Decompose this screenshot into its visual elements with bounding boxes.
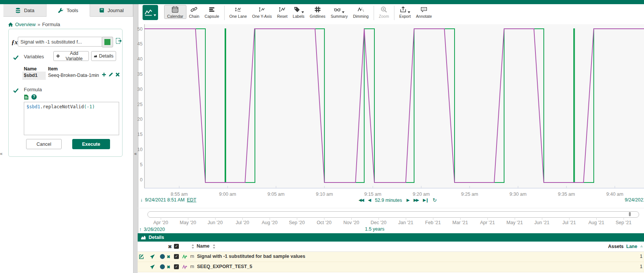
month-tick: [542, 218, 542, 220]
lane-column-header[interactable]: Lane: [626, 244, 637, 249]
add-row-icon[interactable]: [102, 72, 106, 77]
up-arrow-icon: ↑: [139, 227, 141, 232]
y-axis-tick-label: 0: [140, 177, 143, 183]
tab-tools[interactable]: Tools: [47, 4, 90, 17]
plus-icon: [56, 54, 60, 58]
toolbar-capsule-button[interactable]: Capsule: [202, 5, 222, 19]
sort-icon[interactable]: [213, 244, 216, 249]
chevron-down-icon: [408, 9, 410, 11]
plot-area[interactable]: [144, 24, 644, 188]
chart-view-button[interactable]: [143, 5, 158, 20]
code-variable: $sbd1: [26, 104, 40, 109]
row-name[interactable]: Signal with -1 substituted for bad sampl…: [197, 254, 305, 259]
collapse-left-icon[interactable]: «: [0, 151, 3, 156]
info-icon[interactable]: i: [160, 264, 165, 269]
formula-code-editor[interactable]: $sbd1.replaceNotValid(-1): [24, 102, 119, 135]
var-item: Seeq-Broken-Data-1min: [48, 73, 99, 78]
toolbar-chain-button[interactable]: Chain: [186, 5, 202, 19]
remove-icon[interactable]: ✖: [167, 254, 172, 260]
scrubber-selection[interactable]: [629, 212, 631, 216]
month-label: Apr '20: [153, 220, 168, 225]
execute-button[interactable]: Execute: [72, 139, 110, 149]
trend-chart[interactable]: 051015202530354045508:55 am9:00 am9:05 a…: [136, 23, 644, 201]
send-to-trend-icon[interactable]: [150, 264, 155, 270]
investigate-span-label[interactable]: 1.5 years: [365, 226, 384, 232]
sort-icon[interactable]: [191, 244, 194, 249]
details-row[interactable]: i✖✓mSignal with -1 substituted for bad s…: [138, 252, 644, 262]
duration-label[interactable]: 52.9 minutes: [375, 198, 402, 203]
signal-name-input[interactable]: [18, 37, 102, 47]
export-icon: [400, 6, 407, 13]
undock-icon[interactable]: [115, 37, 122, 44]
investigate-start-date[interactable]: 3/26/2020: [144, 227, 165, 232]
info-icon[interactable]: i: [160, 254, 165, 259]
y-axis-tick-label: 25: [137, 102, 143, 107]
edit-row-icon[interactable]: [109, 72, 113, 77]
step-forward-button[interactable]: ▶: [407, 198, 409, 203]
down-arrow-icon: ↓: [140, 197, 143, 203]
row-name[interactable]: SEEQ_EXPORT_TEST_5: [197, 264, 252, 269]
details-row[interactable]: i✖✓mSEEQ_EXPORT_TEST_51: [138, 262, 644, 272]
tab-data[interactable]: Data: [3, 4, 47, 16]
step-back-fast-button[interactable]: ◀◀: [358, 198, 363, 203]
step-to-end-button[interactable]: ▶❙: [423, 198, 428, 203]
database-icon: [15, 8, 21, 13]
toolbar-calendar-button[interactable]: Calendar: [164, 5, 186, 19]
toolbar-separator: [394, 6, 394, 20]
help-icon[interactable]: ?: [31, 94, 37, 100]
toolbar-annotate-button[interactable]: Annotate: [413, 5, 435, 19]
delete-row-icon[interactable]: [115, 72, 120, 77]
remove-icon[interactable]: ✖: [167, 265, 172, 270]
formula-doc-icon[interactable]: [24, 94, 29, 100]
variable-details-button[interactable]: Details: [91, 51, 116, 61]
month-label: Aug '21: [588, 220, 604, 225]
timeline-scrubber[interactable]: [147, 211, 639, 218]
toolbar-summary-button[interactable]: Summary: [328, 5, 351, 19]
month-tick: [270, 218, 270, 220]
toolbar-gridlines-button[interactable]: Gridlines: [307, 5, 328, 19]
fx-icon: ƒx: [11, 39, 18, 46]
remove-all-icon[interactable]: ✖: [168, 244, 172, 248]
seeq-workbench: « DataToolsJournal Overview » Formula ƒx…: [0, 0, 644, 273]
color-swatch-button[interactable]: [102, 37, 113, 47]
month-tick: [215, 218, 216, 220]
tab-journal[interactable]: Journal: [90, 4, 133, 16]
toolbar-labels-button[interactable]: Labels: [290, 5, 307, 19]
toolbar-one-lane-button[interactable]: One Lane: [227, 5, 250, 19]
toolbar-reset-button[interactable]: Reset: [275, 5, 290, 19]
step-forward-fast-button[interactable]: ▶▶: [413, 198, 418, 203]
chevron-down-icon: [342, 9, 345, 11]
code-paren-close: ): [92, 104, 95, 109]
details-chart-icon: [141, 235, 146, 240]
toolbar-one-y-axis-button[interactable]: One Y-Axis: [250, 5, 275, 19]
row-checkbox[interactable]: ✓: [174, 254, 179, 259]
breadcrumb-overview-link[interactable]: Overview: [15, 22, 36, 27]
refresh-icon[interactable]: ↻: [433, 197, 437, 203]
step-back-button[interactable]: ◀: [368, 198, 370, 203]
capsule-icon: [208, 6, 215, 13]
book-icon: [99, 8, 105, 13]
start-date-label[interactable]: 9/24/2021 8:51 AM: [145, 197, 185, 203]
month-label: Dec '20: [371, 220, 386, 225]
breadcrumb: Overview » Formula: [8, 22, 60, 27]
lane-sort-icon[interactable]: [640, 244, 643, 249]
select-all-checkbox[interactable]: ✓: [174, 244, 179, 249]
toolbar-export-button[interactable]: Export: [397, 5, 413, 19]
add-variable-button[interactable]: Add Variable: [53, 51, 89, 61]
home-icon[interactable]: [8, 22, 13, 27]
assets-column-header[interactable]: Assets: [608, 244, 624, 249]
dimming-icon: [357, 6, 364, 13]
y-axis-tick-label: 35: [137, 72, 143, 77]
month-label: Jun '21: [534, 220, 549, 225]
chevron-down-icon: [301, 9, 304, 11]
send-to-trend-icon[interactable]: [150, 254, 155, 259]
cancel-button[interactable]: Cancel: [26, 139, 62, 149]
name-column-header[interactable]: Name: [197, 243, 209, 249]
row-checkbox[interactable]: ✓: [174, 264, 179, 269]
toolbar-dimming-button[interactable]: Dimming: [350, 5, 371, 19]
y-axis-tick-label: 50: [137, 27, 143, 32]
x-axis-tick-label: 9:00 am: [219, 192, 236, 197]
edit-icon[interactable]: [139, 254, 144, 259]
month-label: Aug '20: [262, 220, 278, 225]
timezone-link[interactable]: EDT: [187, 197, 196, 203]
